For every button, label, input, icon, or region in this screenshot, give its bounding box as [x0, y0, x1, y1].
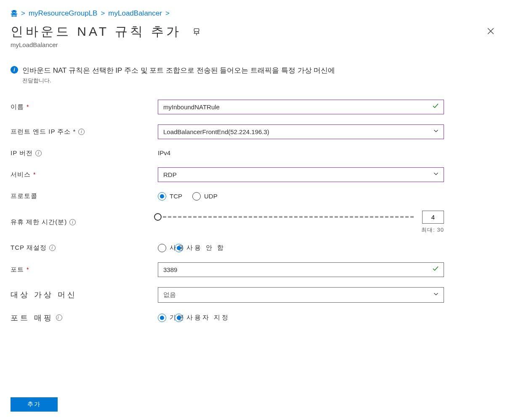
required-indicator: * [27, 103, 29, 110]
breadcrumb-home[interactable]: 홈 [11, 8, 18, 18]
required-indicator: * [33, 171, 36, 178]
breadcrumb-sep-icon: > [21, 9, 25, 18]
info-text-line1: 인바운드 NAT 규칙은 선택한 IP 주소 및 포트 조합으로 전송된 들어오… [22, 65, 335, 76]
idle-timeout-slider[interactable] [158, 216, 415, 218]
idle-timeout-label: 유휴 제한 시간(분) i [11, 218, 158, 226]
breadcrumb-sep-icon: > [165, 9, 170, 18]
port-mapping-custom-radio[interactable]: 사용자 지정 [175, 314, 230, 322]
info-circle-icon[interactable]: i [69, 219, 76, 225]
breadcrumb-sep-icon: > [101, 9, 105, 18]
tcp-reset-disable-radio[interactable]: 사용 안 함 [175, 244, 225, 252]
target-vm-label: 대상 가상 머신 [11, 290, 158, 300]
page-subtitle: myLoadBalancer [11, 41, 494, 48]
page-title: 인바운드 NAT 규칙 추가 [11, 23, 181, 40]
name-input[interactable] [158, 100, 444, 114]
service-select[interactable]: RDP [158, 167, 444, 182]
close-icon[interactable] [487, 27, 494, 37]
ip-version-label: IP 버전 i [11, 149, 158, 157]
info-banner: i 인바운드 NAT 규칙은 선택한 IP 주소 및 포트 조합으로 전송된 들… [11, 65, 494, 85]
breadcrumb: 홈 > myResourceGroupLB > myLoadBalancer > [11, 8, 494, 18]
check-icon [432, 265, 439, 274]
info-circle-icon[interactable]: i [56, 314, 62, 321]
idle-timeout-max: 최대: 30 [158, 226, 444, 234]
frontend-ip-select[interactable]: LoadBalancerFrontEnd(52.224.196.3) [158, 124, 444, 139]
info-icon: i [11, 66, 18, 74]
port-label: 포트 * [11, 266, 158, 274]
check-icon [432, 103, 439, 111]
ip-version-value: IPv4 [158, 149, 170, 156]
protocol-tcp-radio[interactable]: TCP [158, 192, 182, 201]
required-indicator: * [27, 266, 29, 273]
breadcrumb-resource-group[interactable]: myResourceGroupLB [29, 9, 97, 18]
protocol-udp-radio[interactable]: UDP [192, 192, 218, 201]
target-vm-select[interactable]: 없음 [158, 287, 444, 303]
info-text-line2: 전달합니다. [22, 77, 335, 85]
port-mapping-label: 포트 매핑 i [11, 313, 158, 323]
service-label: 서비스 * [11, 171, 158, 179]
slider-thumb[interactable] [154, 213, 162, 221]
idle-timeout-value[interactable] [422, 211, 444, 224]
tcp-reset-label: TCP 재설정 i [11, 244, 158, 252]
breadcrumb-load-balancer[interactable]: myLoadBalancer [108, 9, 162, 18]
frontend-ip-label: 프런트 엔드 IP 주소 * i [11, 128, 158, 136]
pin-icon[interactable] [191, 27, 202, 37]
info-circle-icon[interactable]: i [35, 150, 42, 156]
port-input[interactable] [158, 262, 444, 277]
info-circle-icon[interactable]: i [49, 245, 56, 251]
svg-rect-0 [194, 29, 199, 32]
name-label: 이름 * [11, 103, 158, 111]
info-circle-icon[interactable]: i [78, 129, 85, 135]
protocol-label: 프로토콜 [11, 192, 158, 200]
